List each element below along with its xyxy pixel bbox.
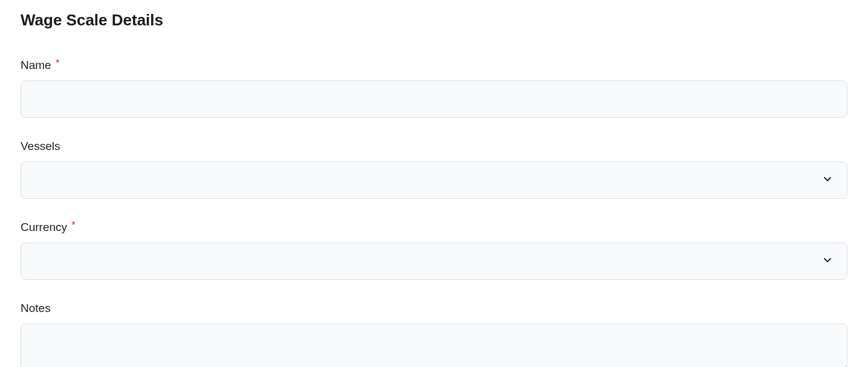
name-field-group: Name * — [21, 59, 847, 118]
vessels-select-wrapper — [21, 161, 847, 199]
name-label: Name * — [21, 59, 847, 72]
vessels-label-text: Vessels — [21, 140, 60, 152]
currency-label-text: Currency — [21, 221, 67, 233]
name-label-text: Name — [21, 59, 51, 71]
notes-label-text: Notes — [21, 302, 51, 314]
currency-field-group: Currency * — [21, 221, 847, 280]
required-asterisk: * — [56, 57, 60, 69]
notes-label: Notes — [21, 302, 847, 315]
vessels-field-group: Vessels — [21, 140, 847, 199]
notes-textarea[interactable] — [21, 323, 847, 367]
vessels-select[interactable] — [21, 161, 847, 199]
name-input[interactable] — [21, 80, 847, 118]
currency-select[interactable] — [21, 242, 847, 280]
required-asterisk: * — [71, 219, 76, 231]
notes-field-group: Notes — [21, 302, 847, 367]
currency-select-wrapper — [21, 242, 847, 280]
page-title: Wage Scale Details — [21, 11, 847, 30]
vessels-label: Vessels — [21, 140, 847, 153]
currency-label: Currency * — [21, 221, 847, 234]
